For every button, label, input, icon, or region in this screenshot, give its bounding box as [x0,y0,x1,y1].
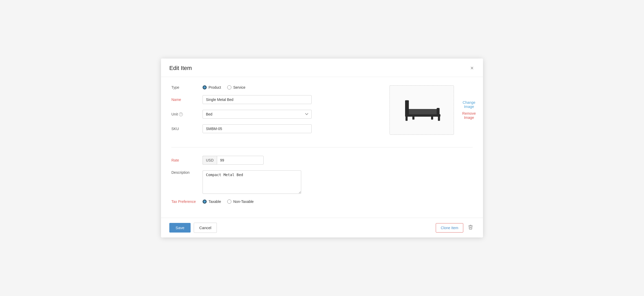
form-right: Change Image Remove Image [390,85,473,139]
currency-badge: USD [203,156,217,165]
type-label: Type [171,85,203,89]
unit-label: Unit [171,112,178,116]
save-button[interactable]: Save [169,223,191,233]
image-actions: Change Image Remove Image [458,100,480,120]
trash-icon [468,226,473,231]
image-box [390,85,454,135]
svg-rect-6 [438,116,440,121]
unit-label-wrapper: Unit ? [171,112,203,116]
type-radio-group: Product Service [203,85,245,89]
name-row: Name [171,95,374,104]
form-left: Type Product Service Name [171,85,374,139]
sku-label: SKU [171,127,203,131]
name-input[interactable] [203,95,312,104]
remove-image-button[interactable]: Remove Image [458,111,480,120]
description-label: Description [171,170,203,175]
modal-body: Type Product Service Name [161,77,483,218]
description-row: Description Compact Metal Bed [171,170,473,194]
top-section: Type Product Service Name [171,85,473,147]
sku-input[interactable] [203,124,312,133]
tax-nontaxable-radio[interactable] [227,200,231,204]
unit-help-icon[interactable]: ? [179,112,183,116]
close-button[interactable]: × [469,64,475,72]
rate-row: Rate USD [171,156,473,165]
name-label: Name [171,98,203,102]
rate-input[interactable] [217,156,264,165]
tax-taxable-option[interactable]: Taxable [203,200,221,204]
tax-label: Tax Preference [171,200,203,204]
type-product-radio[interactable] [203,85,207,89]
bed-image [401,94,442,126]
unit-row: Unit ? Bed Each Hour Kg Piece [171,110,374,119]
rate-group: USD [203,156,280,165]
image-section: Change Image Remove Image [390,85,480,135]
type-row: Type Product Service [171,85,374,89]
modal-title: Edit Item [169,65,192,72]
bottom-section: Rate USD Description Compact Metal Bed T… [171,147,473,204]
clone-item-button[interactable]: Clone Item [436,223,463,233]
footer-left: Save Cancel [169,223,217,233]
tax-nontaxable-label: Non-Taxable [233,200,254,204]
svg-rect-1 [406,109,439,115]
tax-taxable-label: Taxable [209,200,221,204]
unit-select[interactable]: Bed Each Hour Kg Piece [203,110,312,119]
modal-header: Edit Item × [161,59,483,77]
change-image-button[interactable]: Change Image [458,100,480,109]
svg-rect-7 [412,116,414,120]
delete-button[interactable] [466,223,475,232]
rate-label: Rate [171,158,203,162]
description-textarea[interactable]: Compact Metal Bed [203,170,301,194]
type-service-label: Service [233,85,245,89]
sku-row: SKU [171,124,374,133]
cancel-button[interactable]: Cancel [194,223,217,233]
type-service-radio[interactable] [227,85,231,89]
footer-right: Clone Item [436,223,475,233]
tax-taxable-radio[interactable] [203,200,207,204]
svg-rect-8 [431,116,433,120]
tax-row: Tax Preference Taxable Non-Taxable [171,200,473,204]
svg-rect-5 [406,116,408,121]
type-service-option[interactable]: Service [227,85,245,89]
svg-rect-4 [437,108,440,117]
modal-footer: Save Cancel Clone Item [161,218,483,237]
tax-radio-group: Taxable Non-Taxable [203,200,254,204]
type-product-label: Product [209,85,221,89]
tax-nontaxable-option[interactable]: Non-Taxable [227,200,254,204]
edit-item-modal: Edit Item × Type Product [161,59,483,237]
type-product-option[interactable]: Product [203,85,221,89]
svg-rect-2 [405,101,409,116]
